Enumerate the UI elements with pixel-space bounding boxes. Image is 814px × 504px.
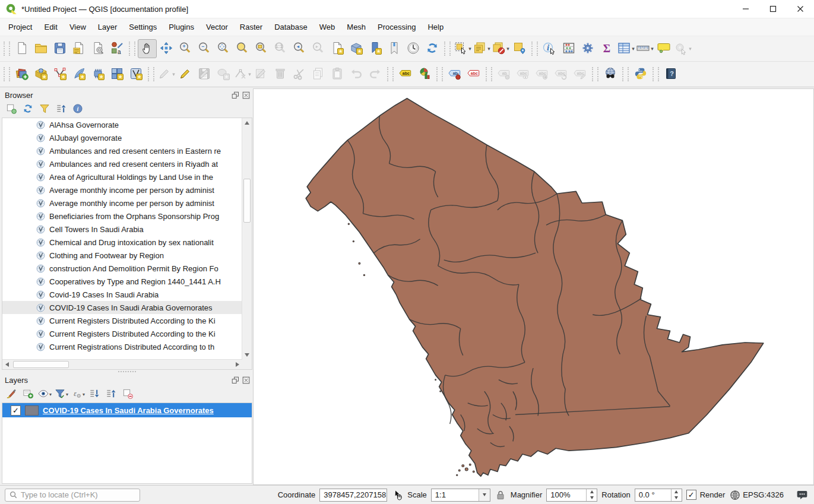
measure-button[interactable]: ▾ xyxy=(635,39,654,58)
render-toggle[interactable]: ✓ Render xyxy=(686,490,726,500)
dropdown-arrow-icon[interactable]: ▾ xyxy=(172,71,175,77)
scroll-up-arrow[interactable] xyxy=(242,118,252,128)
rotate-label-button[interactable]: abc xyxy=(552,65,571,84)
show-hide-labels-button[interactable]: abc xyxy=(514,65,533,84)
temporal-controller-button[interactable] xyxy=(404,39,423,58)
locator-search-input[interactable]: Type to locate (Ctrl+K) xyxy=(5,489,140,502)
browser-item[interactable]: Ambulances and red cresent centers in Ri… xyxy=(2,157,242,170)
scale-combobox[interactable]: 1:1 xyxy=(431,489,490,502)
browser-item[interactable]: Cooperatives by Type and Region 1440_144… xyxy=(2,275,242,288)
cut-features-button[interactable] xyxy=(290,65,309,84)
toolbar-grip[interactable] xyxy=(486,67,492,81)
zoom-to-selection-button[interactable] xyxy=(233,39,252,58)
data-source-manager-button[interactable] xyxy=(12,65,31,84)
dropdown-arrow-icon[interactable]: ▾ xyxy=(651,46,654,52)
dropdown-arrow-icon[interactable]: ▾ xyxy=(66,392,68,397)
python-console-button[interactable] xyxy=(631,65,650,84)
scroll-left-arrow[interactable] xyxy=(2,360,12,369)
new-temporary-scratch-layer-button[interactable] xyxy=(88,65,107,84)
undo-button[interactable] xyxy=(347,65,366,84)
copy-features-button[interactable] xyxy=(309,65,328,84)
layers-float-button[interactable] xyxy=(231,376,240,385)
menu-mesh[interactable]: Mesh xyxy=(341,20,372,34)
processing-toolbox-button[interactable] xyxy=(578,39,597,58)
style-manager-button[interactable]: a xyxy=(107,39,126,58)
filter-browser-button[interactable] xyxy=(38,103,51,116)
identify-features-button[interactable]: i xyxy=(540,39,559,58)
delete-selected-button[interactable] xyxy=(271,65,290,84)
menu-web[interactable]: Web xyxy=(313,20,341,34)
manage-map-themes-button[interactable]: ▾ xyxy=(38,388,51,401)
browser-item[interactable]: Current Registers Distributed According … xyxy=(2,314,242,327)
dropdown-arrow-icon[interactable]: ▾ xyxy=(49,392,52,397)
open-project-button[interactable] xyxy=(31,39,50,58)
extents-toggle-icon[interactable] xyxy=(391,489,403,501)
browser-vertical-scrollbar[interactable] xyxy=(242,118,252,360)
browser-item[interactable]: Covid-19 Cases In Saudi Arabia xyxy=(2,288,242,301)
zoom-last-button[interactable]: ◂ xyxy=(290,39,309,58)
open-layer-styling-panel-button[interactable] xyxy=(5,388,18,401)
scroll-down-arrow[interactable] xyxy=(242,350,252,360)
dropdown-arrow-icon[interactable]: ▾ xyxy=(689,46,692,52)
show-spatial-bookmarks-button[interactable] xyxy=(385,39,404,58)
scroll-thumb[interactable] xyxy=(13,361,69,368)
crs-status-button[interactable]: EPSG:4326 xyxy=(729,489,784,501)
highlight-pinned-labels-button[interactable]: abc xyxy=(464,65,483,84)
save-project-button[interactable] xyxy=(50,39,69,58)
new-spatial-bookmark-button[interactable] xyxy=(366,39,385,58)
collapse-all-layers-button[interactable] xyxy=(104,388,118,401)
change-label-properties-button[interactable]: abc xyxy=(571,65,590,84)
close-button[interactable] xyxy=(787,0,814,18)
help-button[interactable]: ? xyxy=(661,65,680,84)
toolbar-grip[interactable] xyxy=(4,42,10,56)
dropdown-arrow-icon[interactable]: ▾ xyxy=(468,46,471,52)
new-shapefile-layer-button[interactable] xyxy=(50,65,69,84)
dropdown-arrow-icon[interactable]: ▾ xyxy=(248,71,251,77)
menu-view[interactable]: View xyxy=(64,20,92,34)
dropdown-arrow-icon[interactable]: ▾ xyxy=(487,46,490,52)
browser-item[interactable]: construction And Demolition Permit By Re… xyxy=(2,262,242,275)
toolbar-grip[interactable] xyxy=(129,42,135,56)
open-field-calculator-button[interactable] xyxy=(559,39,578,58)
layer-diagram-options-button[interactable] xyxy=(415,65,434,84)
menu-plugins[interactable]: Plugins xyxy=(163,20,200,34)
zoom-out-button[interactable]: − xyxy=(195,39,214,58)
menu-vector[interactable]: Vector xyxy=(200,20,234,34)
browser-item[interactable]: Current Registrations Distributed Accord… xyxy=(2,340,242,353)
map-tips-button[interactable] xyxy=(654,39,673,58)
menu-raster[interactable]: Raster xyxy=(234,20,268,34)
metasearch-button[interactable] xyxy=(601,65,620,84)
rotation-up-arrow[interactable] xyxy=(672,489,682,495)
current-edits-button[interactable]: ▾ xyxy=(157,65,176,84)
toolbar-grip[interactable] xyxy=(653,67,659,81)
menu-database[interactable]: Database xyxy=(268,20,313,34)
new-3d-map-view-button[interactable] xyxy=(347,39,366,58)
pan-map-button[interactable] xyxy=(138,39,157,58)
layers-close-button[interactable] xyxy=(242,376,251,385)
lock-scale-icon[interactable] xyxy=(495,489,506,501)
zoom-next-button[interactable]: ▸ xyxy=(309,39,328,58)
add-feature-button[interactable] xyxy=(214,65,233,84)
browser-close-button[interactable] xyxy=(242,91,251,100)
toolbar-grip[interactable] xyxy=(4,67,10,81)
filter-legend-by-expression-button[interactable]: ε▾ xyxy=(71,388,84,401)
new-gpx-layer-button[interactable] xyxy=(69,65,88,84)
browser-float-button[interactable] xyxy=(231,91,240,100)
browser-item[interactable]: COVID-19 Cases In Saudi Arabia Governora… xyxy=(2,301,242,314)
new-geopackage-layer-button[interactable] xyxy=(31,65,50,84)
minimize-button[interactable] xyxy=(732,0,759,18)
layer-name[interactable]: COVID-19 Cases In Saudi Arabia Governora… xyxy=(43,406,214,415)
pin-labels-button[interactable]: ab xyxy=(445,65,464,84)
messages-button[interactable] xyxy=(796,489,808,501)
remove-layer-button[interactable] xyxy=(121,388,134,401)
dropdown-arrow-icon[interactable]: ▾ xyxy=(632,46,635,52)
deselect-features-button[interactable]: ▾ xyxy=(491,39,510,58)
save-layer-edits-button[interactable] xyxy=(195,65,214,84)
new-print-layout-button[interactable] xyxy=(69,39,88,58)
move-label-button[interactable]: ab xyxy=(495,65,514,84)
select-by-location-button[interactable] xyxy=(510,39,529,58)
menu-processing[interactable]: Processing xyxy=(372,20,422,34)
browser-horizontal-scrollbar[interactable] xyxy=(2,359,242,369)
rotation-down-arrow[interactable] xyxy=(672,495,682,501)
browser-item[interactable]: Average monthly income per person by adm… xyxy=(2,183,242,196)
